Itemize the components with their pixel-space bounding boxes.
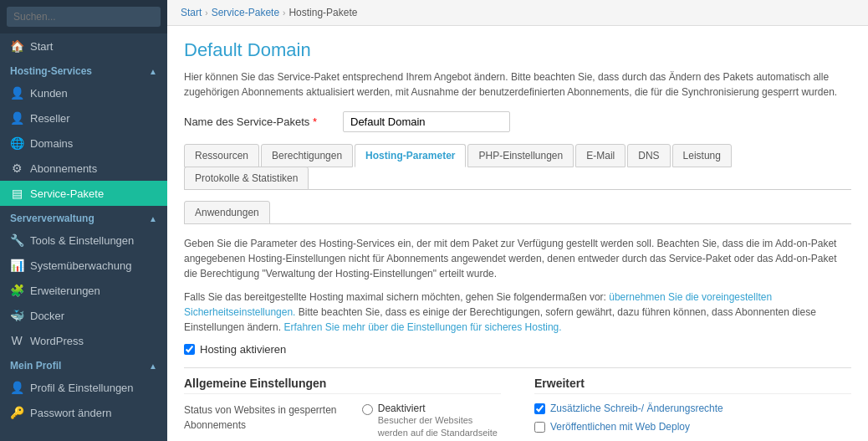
service-name-label: Name des Service-Pakets *	[184, 115, 334, 128]
nav-icon-systemueberwachung: 📊	[10, 259, 23, 272]
radio-options: Deaktiviert Besucher der Websites werden…	[362, 403, 501, 441]
sidebar-item-wordpress[interactable]: WWordPress	[0, 328, 167, 353]
chevron-icon: ▲	[149, 214, 157, 223]
tab-ressourcen[interactable]: Ressourcen	[184, 144, 259, 167]
nav-icon-passwort: 🔑	[10, 406, 23, 419]
erweitert-option-1: Veröffentlichen mit Web Deploy	[534, 421, 851, 433]
breadcrumb-separator: ›	[283, 8, 285, 18]
nav-section-serververwaltung: Serververwaltung▲	[0, 206, 167, 228]
status-label: Status von Websites in gesperrten Abonne…	[184, 403, 349, 441]
erweitert-header: Erweitert	[534, 377, 851, 394]
sidebar-item-reseller[interactable]: 👤Reseller	[0, 105, 167, 131]
breadcrumb: Start›Service-Pakete›Hosting-Pakete	[167, 0, 868, 26]
radio-option-0: Deaktiviert Besucher der Websites werden…	[362, 403, 501, 441]
erweitert-einstellungen: Erweitert Zusätzliche Schreib-/ Änderung…	[534, 377, 851, 441]
sidebar-item-systemueberwachung[interactable]: 📊Systemüberwachung	[0, 253, 167, 278]
hosting-aktivieren-label: Hosting aktivieren	[200, 343, 286, 356]
tabs-row1: RessourcenBerechtigungenHosting-Paramete…	[184, 144, 851, 190]
sidebar-item-start[interactable]: 🏠Start	[0, 33, 167, 59]
tabs-row2: Anwendungen	[184, 201, 851, 224]
radio-label-0: Deaktiviert	[378, 403, 501, 414]
nav-label-systemueberwachung: Systemüberwachung	[30, 259, 131, 272]
nav-label-erweiterungen: Erweiterungen	[30, 285, 100, 297]
nav-icon-service-pakete: ▤	[10, 187, 23, 200]
main-content: Start›Service-Pakete›Hosting-Pakete Defa…	[167, 0, 868, 441]
radio-label-block-0: Deaktiviert Besucher der Websites werden…	[378, 403, 501, 441]
erweitert-checkbox-0[interactable]	[534, 403, 545, 414]
radio-desc-0: Besucher der Websites werden auf die Sta…	[378, 414, 501, 441]
allgemeine-header: Allgemeine Einstellungen	[184, 377, 501, 394]
nav-icon-wordpress: W	[10, 334, 23, 347]
two-column-layout: Allgemeine Einstellungen Status von Webs…	[184, 377, 851, 441]
nav-icon-erweiterungen: 🧩	[10, 284, 23, 297]
breadcrumb-separator: ›	[205, 8, 207, 18]
breadcrumb-current: Hosting-Pakete	[288, 7, 357, 18]
tab-hosting-parameter[interactable]: Hosting-Parameter	[355, 144, 466, 167]
nav-icon-domains: 🌐	[10, 136, 23, 150]
radio-input-0[interactable]	[362, 404, 373, 415]
sidebar-item-docker[interactable]: 🐳Docker	[0, 303, 167, 328]
tab-protokolle-&-statistiken[interactable]: Protokolle & Statistiken	[184, 167, 309, 190]
sidebar-item-profil[interactable]: 👤Profil & Einstellungen	[0, 375, 167, 400]
content-area: Default Domain Hier können Sie das Servi…	[167, 26, 868, 441]
hosting-aktivieren-row: Hosting aktivieren	[184, 343, 851, 356]
nav-items: 🏠StartHosting-Services▲👤Kunden👤Reseller🌐…	[0, 33, 167, 425]
tab-anwendungen[interactable]: Anwendungen	[184, 201, 270, 224]
nav-icon-profil: 👤	[10, 381, 23, 394]
hosting-description2: Falls Sie das bereitgestellte Hosting ma…	[184, 290, 851, 335]
erweitert-checkbox-1[interactable]	[534, 422, 545, 433]
safe-hosting-link[interactable]: Erfahren Sie mehr über die Einstellungen…	[283, 321, 561, 333]
nav-label-reseller: Reseller	[30, 112, 70, 125]
sidebar-item-tools[interactable]: 🔧Tools & Einstellungen	[0, 228, 167, 253]
sidebar: 🏠StartHosting-Services▲👤Kunden👤Reseller🌐…	[0, 0, 167, 441]
search-box[interactable]	[0, 0, 167, 33]
nav-icon-docker: 🐳	[10, 309, 23, 322]
breadcrumb-item[interactable]: Start	[181, 7, 202, 18]
nav-icon-tools: 🔧	[10, 233, 23, 247]
service-name-row: Name des Service-Pakets *	[184, 111, 851, 132]
nav-label-service-pakete: Service-Pakete	[30, 187, 104, 200]
nav-label-domains: Domains	[30, 137, 73, 150]
info-text: Hier können Sie das Service-Paket entspr…	[184, 69, 851, 100]
nav-icon-kunden: 👤	[10, 86, 23, 100]
nav-section-label-text: Mein Profil	[10, 360, 61, 372]
erweitert-label-1: Veröffentlichen mit Web Deploy	[550, 421, 690, 433]
hosting-aktivieren-checkbox[interactable]	[184, 344, 195, 355]
divider	[184, 367, 851, 368]
sidebar-item-erweiterungen[interactable]: 🧩Erweiterungen	[0, 278, 167, 303]
tab-e-mail[interactable]: E-Mail	[575, 144, 625, 167]
tab-php-einstellungen[interactable]: PHP-Einstellungen	[467, 144, 574, 167]
sidebar-item-passwort[interactable]: 🔑Passwort ändern	[0, 400, 167, 425]
hosting-description1: Geben Sie die Parameter des Hosting-Serv…	[184, 236, 851, 281]
sidebar-item-abonnements[interactable]: ⚙Abonnements	[0, 156, 167, 181]
nav-section-label-text: Hosting-Services	[10, 65, 92, 77]
nav-section-label-text: Serververwaltung	[10, 213, 94, 224]
nav-label-start: Start	[30, 40, 53, 53]
chevron-icon: ▲	[149, 67, 157, 76]
sidebar-item-domains[interactable]: 🌐Domains	[0, 131, 167, 156]
page-title: Default Domain	[184, 39, 851, 61]
tab-berechtigungen[interactable]: Berechtigungen	[261, 144, 353, 167]
erweitert-label-0: Zusätzliche Schreib-/ Änderungsrechte	[550, 403, 723, 414]
tab-dns[interactable]: DNS	[627, 144, 670, 167]
nav-label-passwort: Passwort ändern	[30, 407, 112, 419]
service-name-input[interactable]	[343, 111, 510, 132]
erweitert-options: Zusätzliche Schreib-/ Änderungsrechte Ve…	[534, 403, 851, 433]
nav-label-abonnements: Abonnements	[30, 162, 97, 175]
sidebar-item-service-pakete[interactable]: ▤Service-Pakete	[0, 181, 167, 206]
nav-label-wordpress: WordPress	[30, 335, 84, 347]
sidebar-item-kunden[interactable]: 👤Kunden	[0, 80, 167, 105]
status-field-group: Status von Websites in gesperrten Abonne…	[184, 403, 501, 441]
nav-icon-reseller: 👤	[10, 111, 23, 125]
nav-label-profil: Profil & Einstellungen	[30, 382, 134, 394]
tab-leistung[interactable]: Leistung	[672, 144, 732, 167]
breadcrumb-item[interactable]: Service-Pakete	[212, 7, 279, 18]
allgemeine-einstellungen: Allgemeine Einstellungen Status von Webs…	[184, 377, 501, 441]
nav-section-hosting-services: Hosting-Services▲	[0, 59, 167, 80]
chevron-icon: ▲	[149, 362, 157, 371]
nav-section-mein-profil: Mein Profil▲	[0, 353, 167, 375]
erweitert-option-0: Zusätzliche Schreib-/ Änderungsrechte	[534, 403, 851, 414]
nav-label-tools: Tools & Einstellungen	[30, 234, 134, 247]
nav-label-docker: Docker	[30, 310, 64, 322]
search-input[interactable]	[7, 7, 161, 27]
